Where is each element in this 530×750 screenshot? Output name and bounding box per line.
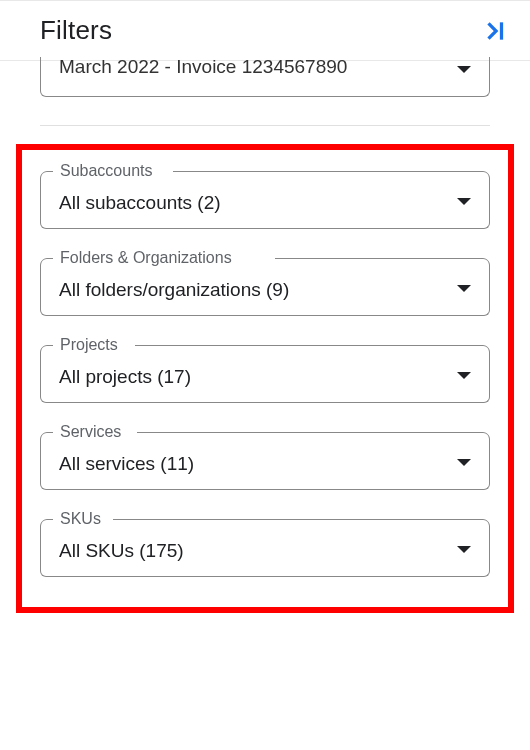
caret-down-icon <box>457 459 471 466</box>
filter-subaccounts: Subaccounts All subaccounts (2) <box>40 172 490 229</box>
skus-dropdown[interactable]: All SKUs (175) <box>40 520 490 577</box>
invoice-value: March 2022 - Invoice 1234567890 <box>59 56 347 78</box>
filter-folders: Folders & Organizations All folders/orga… <box>40 259 490 316</box>
page-title: Filters <box>40 15 112 46</box>
caret-down-icon <box>457 285 471 292</box>
filter-services: Services All services (11) <box>40 433 490 490</box>
skus-value: All SKUs (175) <box>59 540 184 562</box>
filter-projects: Projects All projects (17) <box>40 346 490 403</box>
invoice-section: March 2022 - Invoice 1234567890 <box>0 57 530 97</box>
services-value: All services (11) <box>59 453 194 475</box>
caret-down-icon <box>457 66 471 73</box>
projects-dropdown[interactable]: All projects (17) <box>40 346 490 403</box>
subaccounts-label: Subaccounts <box>54 162 159 180</box>
skus-label: SKUs <box>54 510 107 528</box>
caret-down-icon <box>457 372 471 379</box>
invoice-dropdown[interactable]: March 2022 - Invoice 1234567890 <box>40 57 490 97</box>
folders-label: Folders & Organizations <box>54 249 238 267</box>
folders-dropdown[interactable]: All folders/organizations (9) <box>40 259 490 316</box>
subaccounts-value: All subaccounts (2) <box>59 192 221 214</box>
filters-content: March 2022 - Invoice 1234567890 Subaccou… <box>0 57 530 613</box>
projects-value: All projects (17) <box>59 366 191 388</box>
caret-down-icon <box>457 198 471 205</box>
filters-header: Filters <box>0 0 530 61</box>
filter-skus: SKUs All SKUs (175) <box>40 520 490 577</box>
collapse-panel-icon[interactable] <box>482 18 508 44</box>
caret-down-icon <box>457 546 471 553</box>
section-divider <box>40 125 490 126</box>
services-dropdown[interactable]: All services (11) <box>40 433 490 490</box>
folders-value: All folders/organizations (9) <box>59 279 289 301</box>
subaccounts-dropdown[interactable]: All subaccounts (2) <box>40 172 490 229</box>
highlighted-filters-group: Subaccounts All subaccounts (2) Folders … <box>16 144 514 613</box>
chevron-right-bar-icon <box>482 18 508 44</box>
projects-label: Projects <box>54 336 124 354</box>
services-label: Services <box>54 423 127 441</box>
